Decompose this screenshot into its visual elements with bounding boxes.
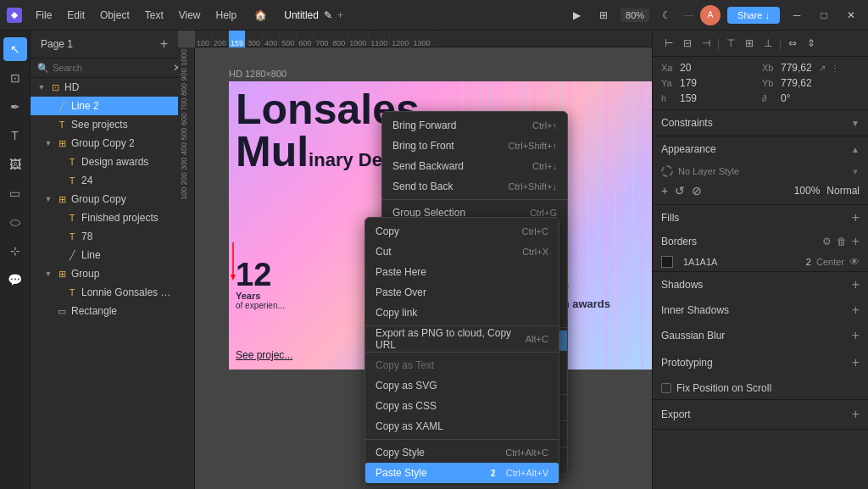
layer-24[interactable]: T 24: [31, 171, 178, 190]
ctx-send-to-back[interactable]: Send to Back Ctrl+Shift+↓: [382, 176, 567, 197]
border-align-value[interactable]: Center: [816, 257, 844, 267]
theme-toggle[interactable]: ☾: [656, 5, 676, 25]
canvas-area[interactable]: 100 200 159 300 400 500 600 700 800 1000…: [178, 31, 652, 489]
layer-lonnie[interactable]: T Lonnie Gonsales multidisciplin: [31, 283, 178, 302]
search-input[interactable]: [53, 63, 170, 73]
export-header[interactable]: Export +: [653, 400, 868, 429]
sub-paste-here[interactable]: Paste Here: [365, 262, 559, 282]
yb-value[interactable]: 779,62: [781, 77, 812, 89]
xb-value[interactable]: 779,62: [781, 62, 812, 74]
border-color-value[interactable]: 1A1A1A: [683, 257, 801, 267]
sub-copy[interactable]: Copy Ctrl+C: [365, 221, 559, 242]
layer-line[interactable]: ╱ Line: [31, 246, 178, 264]
border-color-swatch[interactable]: [661, 256, 673, 268]
h-value[interactable]: 159: [680, 92, 697, 104]
menu-help[interactable]: Help: [209, 7, 244, 24]
blend-mode-value[interactable]: Normal: [826, 185, 860, 197]
add-prototype-button[interactable]: +: [852, 355, 860, 370]
minimize-button[interactable]: ─: [787, 5, 807, 25]
text-tool[interactable]: T: [3, 124, 27, 147]
prototyping-header[interactable]: Prototyping +: [653, 348, 868, 377]
appearance-header[interactable]: Appearance ▲: [653, 136, 868, 162]
sub-copy-link[interactable]: Copy link: [365, 303, 559, 323]
align-left-icon[interactable]: ⊢: [661, 36, 676, 51]
add-shadow-button[interactable]: +: [852, 277, 860, 292]
close-button[interactable]: ✕: [841, 5, 861, 25]
delete-border-icon[interactable]: 🗑: [837, 236, 847, 247]
fix-position-checkbox[interactable]: [661, 383, 671, 393]
layer-hd[interactable]: ▼ ⊡ HD: [31, 78, 178, 97]
ctx-bring-forward[interactable]: Bring Forward Ctrl+↑: [382, 115, 567, 136]
layer-78[interactable]: T 78: [31, 227, 178, 246]
border-settings-icon[interactable]: ⚙: [822, 236, 832, 247]
align-top-icon[interactable]: ⊤: [723, 36, 738, 51]
home-icon[interactable]: 🏠: [250, 5, 270, 25]
add-border-button[interactable]: +: [852, 234, 860, 249]
maximize-button[interactable]: □: [814, 5, 834, 25]
pen-tool[interactable]: ✒: [3, 95, 27, 119]
play-button[interactable]: ▶: [566, 5, 587, 25]
layer-group-copy[interactable]: ▼ ⊞ Group Copy: [31, 190, 178, 208]
align-right-icon[interactable]: ⊣: [698, 36, 714, 51]
align-middle-icon[interactable]: ⊞: [742, 36, 757, 51]
ctx-bring-to-front[interactable]: Bring to Front Ctrl+Shift+↑: [382, 136, 567, 156]
refresh-style-button[interactable]: ↺: [675, 184, 685, 197]
layer-rectangle[interactable]: ▭ Rectangle: [31, 302, 178, 320]
sub-copy-style[interactable]: Copy Style Ctrl+Alt+C: [365, 442, 559, 463]
style-no-fill-icon: [661, 165, 673, 177]
ctx-send-backward[interactable]: Send Backward Ctrl+↓: [382, 156, 567, 176]
sub-copy-as-svg[interactable]: Copy as SVG: [365, 375, 559, 396]
image-tool[interactable]: 🖼: [3, 153, 27, 176]
layer-name: 24: [81, 175, 171, 186]
menu-edit[interactable]: Edit: [60, 7, 92, 24]
align-center-h-icon[interactable]: ⊟: [680, 36, 695, 51]
sub-copy-as-css[interactable]: Copy as CSS: [365, 396, 559, 416]
constraints-header[interactable]: Constraints ▼: [653, 110, 868, 136]
layer-group[interactable]: ▼ ⊞ Group: [31, 264, 178, 283]
border-width-value[interactable]: 2: [806, 257, 811, 267]
sub-export-png[interactable]: Export as PNG to cloud, Copy URL Alt+C: [365, 329, 559, 349]
distribute-v-icon[interactable]: ⇕: [804, 36, 819, 51]
shape-tool[interactable]: ▭: [3, 181, 27, 205]
add-style-button[interactable]: +: [661, 184, 668, 197]
expand-icon: ▼: [44, 195, 53, 203]
layer-design-awards[interactable]: T Design awards: [31, 153, 178, 171]
sub-paste-over[interactable]: Paste Over: [365, 282, 559, 303]
detach-style-button[interactable]: ⊘: [692, 184, 702, 197]
component-tool[interactable]: ⊹: [3, 239, 27, 263]
ya-value[interactable]: 179: [680, 77, 697, 89]
menu-text[interactable]: Text: [138, 7, 170, 24]
select-tool[interactable]: ↖: [3, 37, 27, 61]
layer-finished-projects[interactable]: T Finished projects: [31, 208, 178, 227]
menu-object[interactable]: Object: [93, 7, 136, 24]
menu-file[interactable]: File: [29, 7, 58, 24]
zoom-level[interactable]: 80%: [620, 8, 649, 22]
sub-sep-3: [365, 439, 559, 440]
sub-copy-as-xaml[interactable]: Copy as XAML: [365, 416, 559, 436]
layer-line2[interactable]: ╱ Line 2: [31, 97, 178, 115]
angle-value[interactable]: 0°: [781, 92, 790, 104]
add-blur-button[interactable]: +: [852, 328, 860, 343]
comment-tool[interactable]: 💬: [3, 268, 27, 292]
no-layer-style-label: No Layer Style: [678, 166, 846, 176]
add-inner-shadow-button[interactable]: +: [852, 303, 860, 318]
xa-value[interactable]: 20: [680, 62, 691, 74]
layer-group-copy-2[interactable]: ▼ ⊞ Group Copy 2: [31, 134, 178, 153]
layer-see-projects[interactable]: T See projects: [31, 115, 178, 134]
add-page-button[interactable]: +: [160, 37, 168, 51]
share-button[interactable]: Share ↓: [727, 7, 780, 24]
align-bottom-icon[interactable]: ⊥: [760, 36, 776, 51]
artboard-tool[interactable]: ⊡: [3, 66, 27, 90]
grid-button[interactable]: ⊞: [593, 5, 614, 25]
distribute-h-icon[interactable]: ⇔: [785, 36, 800, 51]
menu-view[interactable]: View: [172, 7, 208, 24]
sub-paste-style[interactable]: Paste Style 2 Ctrl+Alt+V: [365, 463, 559, 483]
oval-tool[interactable]: ⬭: [3, 210, 27, 234]
border-visibility-icon[interactable]: 👁: [849, 256, 860, 268]
add-fill-button[interactable]: +: [852, 210, 860, 225]
add-export-button[interactable]: +: [852, 407, 860, 422]
appearance-actions: + ↺ ⊘ 100% Normal: [653, 181, 868, 204]
opacity-value[interactable]: 100%: [794, 185, 821, 197]
appearance-title: Appearance: [661, 143, 716, 155]
sub-cut[interactable]: Cut Ctrl+X: [365, 242, 559, 262]
